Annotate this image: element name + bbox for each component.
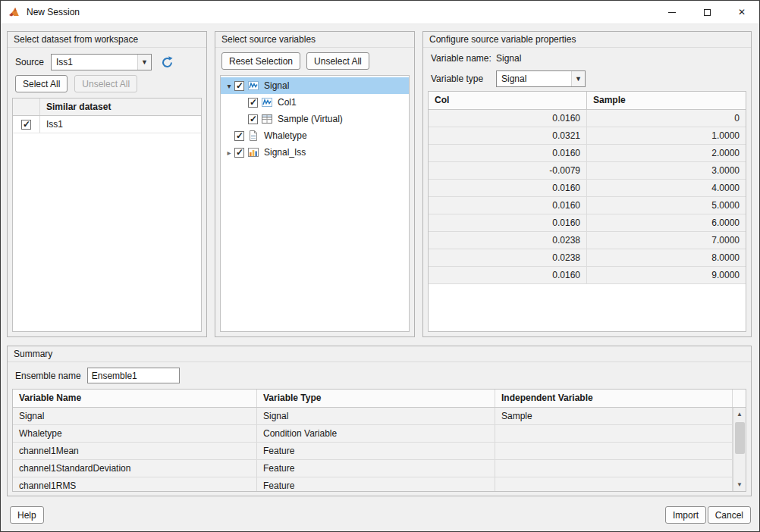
variables-panel-title: Select source variables (215, 32, 414, 48)
reset-selection-button[interactable]: Reset Selection (221, 52, 300, 70)
variable-name-label: Variable name: (431, 53, 496, 64)
scroll-down-icon[interactable]: ▼ (733, 478, 746, 491)
table-row[interactable]: 0.03211.0000 (429, 127, 746, 145)
independent-variable-cell (495, 477, 733, 491)
checkbox[interactable] (248, 98, 258, 108)
expand-triangle-icon[interactable]: ▸ (224, 149, 234, 157)
variable-name-row: Variable name: Signal (431, 53, 521, 64)
minimize-icon (668, 12, 676, 13)
table-row[interactable]: -0.00793.0000 (429, 162, 746, 180)
help-button[interactable]: Help (10, 506, 44, 524)
table-row[interactable]: channel1RMSFeature (13, 477, 733, 491)
summary-table-body: SignalSignalSample WhaletypeCondition Va… (13, 408, 746, 491)
source-dropdown-value: Iss1 (52, 57, 137, 67)
dataset-panel-title: Select dataset from workspace (8, 32, 206, 48)
similar-dataset-header: Similar dataset (13, 99, 201, 116)
table-row[interactable]: 0.01609.0000 (429, 267, 746, 284)
sample-cell: 8.0000 (587, 249, 746, 266)
checkbox[interactable] (21, 120, 31, 130)
tree-item-sample-virtual[interactable]: Sample (Virtual) (221, 111, 409, 127)
table-row[interactable]: 0.01605.0000 (429, 197, 746, 214)
tree-item-label: Signal (262, 80, 289, 91)
tree-item-signal-iss[interactable]: ▸ Signal_Iss (221, 144, 409, 161)
col-cell: -0.0079 (429, 162, 587, 179)
window-title: New Session (27, 7, 80, 17)
scrollbar-corner (733, 390, 746, 407)
variable-preview-table: Col Sample 0.01600 0.03211.0000 0.01602.… (428, 91, 746, 332)
sample-cell: 7.0000 (587, 232, 746, 249)
unselect-all-variables-button[interactable]: Unselect All (306, 52, 369, 70)
dataset-panel: Select dataset from workspace Source Iss… (7, 31, 207, 337)
col-cell: 0.0160 (429, 180, 587, 196)
table-row[interactable]: channel1MeanFeature (13, 443, 733, 460)
table-row[interactable]: 0.01604.0000 (429, 180, 746, 197)
variable-name-cell: Whaletype (13, 425, 257, 442)
variables-tree: ▾ Signal Col1 (220, 75, 410, 332)
variable-type-column-header: Variable Type (257, 390, 495, 407)
variable-name-cell: Signal (13, 408, 257, 424)
independent-variable-cell: Sample (495, 408, 733, 424)
minimize-button[interactable] (655, 1, 689, 23)
table-row[interactable]: WhaletypeCondition Variable (13, 425, 733, 443)
variable-name-cell: channel1StandardDeviation (13, 460, 257, 477)
table-row[interactable]: 0.01606.0000 (429, 214, 746, 232)
select-all-button[interactable]: Select All (15, 75, 68, 92)
refresh-button[interactable] (158, 53, 176, 71)
chevron-down-icon: ▼ (571, 71, 585, 86)
table-row[interactable]: 0.02388.0000 (429, 249, 746, 267)
vertical-scrollbar[interactable]: ▲ ▼ (733, 408, 746, 491)
tree-item-whaletype[interactable]: Whaletype (221, 127, 409, 144)
sample-cell: 0 (587, 110, 746, 127)
table-row[interactable]: 0.01602.0000 (429, 145, 746, 162)
close-button[interactable]: ✕ (724, 1, 759, 23)
table-row[interactable]: 0.02387.0000 (429, 232, 746, 249)
col-header: Col (429, 92, 587, 109)
tree-item-col1[interactable]: Col1 (221, 94, 409, 111)
signal-icon (247, 80, 259, 92)
variable-name-value: Signal (496, 53, 521, 64)
variable-type-dropdown[interactable]: Signal ▼ (496, 70, 586, 87)
table-row[interactable]: Iss1 (13, 116, 201, 133)
variable-type-cell: Feature (257, 443, 495, 459)
scroll-up-icon[interactable]: ▲ (733, 408, 746, 421)
checkbox[interactable] (234, 131, 244, 141)
header-checkbox-column (13, 99, 40, 115)
table-icon (261, 113, 273, 125)
variable-name-cell: channel1Mean (13, 443, 257, 459)
col-cell: 0.0238 (429, 232, 587, 249)
source-dropdown[interactable]: Iss1 ▼ (51, 54, 152, 70)
variable-type-dropdown-value: Signal (497, 74, 571, 84)
collapse-triangle-icon[interactable]: ▾ (224, 82, 234, 90)
sample-cell: 3.0000 (587, 162, 746, 179)
sample-cell: 2.0000 (587, 145, 746, 161)
ensemble-name-input[interactable] (87, 368, 180, 383)
table-row[interactable]: 0.01600 (429, 110, 746, 127)
similar-dataset-header-label: Similar dataset (40, 99, 201, 115)
title-bar: New Session ✕ (1, 1, 759, 24)
maximize-button[interactable] (689, 1, 724, 23)
variable-type-cell: Feature (257, 477, 495, 491)
col-cell: 0.0321 (429, 127, 587, 144)
table-row[interactable]: SignalSignalSample (13, 408, 733, 425)
independent-variable-cell (495, 460, 733, 477)
checkbox[interactable] (248, 114, 258, 124)
sample-cell: 6.0000 (587, 214, 746, 231)
sample-cell: 1.0000 (587, 127, 746, 144)
variable-type-label: Variable type (431, 74, 496, 84)
dataset-row-label: Iss1 (40, 116, 201, 133)
tree-item-signal[interactable]: ▾ Signal (221, 77, 409, 94)
scrollbar-thumb[interactable] (735, 422, 745, 454)
tree-item-label: Whaletype (262, 130, 307, 141)
import-button[interactable]: Import (665, 506, 706, 524)
variable-type-cell: Condition Variable (257, 425, 495, 442)
checkbox[interactable] (234, 148, 244, 158)
independent-variable-cell (495, 443, 733, 459)
table-row[interactable]: channel1StandardDeviationFeature (13, 460, 733, 477)
summary-table: Variable Name Variable Type Independent … (12, 389, 746, 492)
similar-dataset-table: Similar dataset Iss1 (12, 98, 202, 332)
checkbox[interactable] (234, 81, 244, 91)
sample-header: Sample (587, 92, 746, 109)
tree-item-label: Signal_Iss (262, 147, 306, 158)
cancel-button[interactable]: Cancel (708, 506, 751, 524)
sample-cell: 9.0000 (587, 267, 746, 283)
